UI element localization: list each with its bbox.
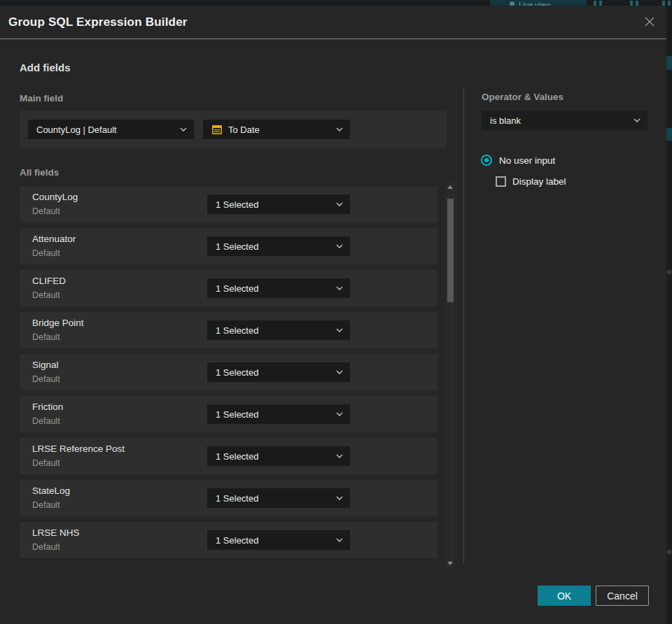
chevron-down-icon <box>634 118 640 122</box>
field-selection-value: 1 Selected <box>216 367 336 378</box>
chevron-down-icon <box>336 127 343 132</box>
add-fields-heading: Add fields <box>20 62 71 73</box>
backdrop-toolbar-fragment <box>668 1 671 6</box>
no-user-input-label: No user input <box>499 155 555 166</box>
main-field-dropdown-value: CountyLog | Default <box>36 125 180 135</box>
field-name: CLIFED <box>32 276 66 286</box>
field-variant: Default <box>32 542 60 552</box>
ok-button[interactable]: OK <box>538 586 591 606</box>
chevron-down-icon <box>336 328 343 332</box>
field-variant: Default <box>32 374 60 384</box>
chevron-down-icon <box>336 412 343 416</box>
backdrop-toolbar-fragment <box>662 1 665 6</box>
field-type-dropdown[interactable]: To Date <box>203 120 350 139</box>
field-variant: Default <box>32 290 60 300</box>
field-variant: Default <box>32 416 60 426</box>
field-selection-dropdown[interactable]: 1 Selected <box>207 530 350 550</box>
dialog-title: Group SQL Expression Builder <box>8 15 188 29</box>
operator-dropdown[interactable]: is blank <box>482 111 648 130</box>
field-row: StateLog Default 1 Selected <box>20 480 438 516</box>
backdrop-teal-fragment <box>666 56 672 70</box>
live-view-tab: Live view <box>490 0 587 6</box>
backdrop-fragment <box>667 270 671 274</box>
chevron-down-icon <box>336 538 343 542</box>
dialog-header: Group SQL Expression Builder <box>0 6 666 39</box>
field-selection-dropdown[interactable]: 1 Selected <box>207 362 350 382</box>
checkbox-unchecked-icon <box>496 176 506 187</box>
field-selection-dropdown[interactable]: 1 Selected <box>207 194 350 214</box>
chevron-down-icon <box>336 244 343 248</box>
field-selection-value: 1 Selected <box>216 535 336 546</box>
field-selection-dropdown[interactable]: 1 Selected <box>207 446 350 466</box>
field-selection-value: 1 Selected <box>216 325 336 336</box>
background-app-topbar: Live view <box>0 0 672 6</box>
field-selection-dropdown[interactable]: 1 Selected <box>207 488 350 508</box>
field-row: LRSE Reference Post Default 1 Selected <box>20 438 438 474</box>
scroll-up-arrow-icon[interactable] <box>447 185 453 189</box>
field-selection-dropdown[interactable]: 1 Selected <box>207 404 350 424</box>
backdrop-toolbar-fragment <box>594 1 596 6</box>
display-label-checkbox[interactable]: Display label <box>496 176 566 187</box>
field-row: Bridge Point Default 1 Selected <box>20 312 438 348</box>
field-variant: Default <box>32 248 60 258</box>
field-selection-value: 1 Selected <box>216 493 336 504</box>
backdrop-fragment <box>667 550 671 554</box>
main-field-dropdown[interactable]: CountyLog | Default <box>28 120 194 139</box>
field-row: CountyLog Default 1 Selected <box>20 186 438 222</box>
field-selection-dropdown[interactable]: 1 Selected <box>207 278 350 298</box>
field-name: Attenuator <box>32 234 76 244</box>
live-view-label: Live view <box>519 1 550 6</box>
field-variant: Default <box>32 332 60 342</box>
group-sql-expression-builder-dialog: Group SQL Expression Builder Add fields … <box>0 6 666 624</box>
chevron-down-icon <box>336 370 343 374</box>
field-selection-dropdown[interactable]: 1 Selected <box>207 320 350 340</box>
field-name: LRSE Reference Post <box>32 444 125 454</box>
field-row: Attenuator Default 1 Selected <box>20 228 438 264</box>
field-selection-dropdown[interactable]: 1 Selected <box>207 236 350 256</box>
field-selection-value: 1 Selected <box>216 199 336 210</box>
field-name: Friction <box>32 402 63 412</box>
field-variant: Default <box>32 500 60 510</box>
field-row: Signal Default 1 Selected <box>20 354 438 390</box>
main-field-label: Main field <box>20 93 63 104</box>
field-selection-value: 1 Selected <box>216 451 336 462</box>
scroll-down-arrow-icon[interactable] <box>447 562 453 565</box>
no-user-input-radio[interactable]: No user input <box>481 155 555 166</box>
all-fields-list: CountyLog Default 1 Selected Attenuator … <box>20 186 438 564</box>
main-field-panel: CountyLog | Default To Date <box>20 111 447 148</box>
backdrop-toolbar-fragment <box>636 1 638 6</box>
display-label-text: Display label <box>512 176 566 187</box>
radio-selected-icon <box>481 155 492 166</box>
operator-values-label: Operator & Values <box>482 92 564 102</box>
operator-dropdown-value: is blank <box>490 115 634 126</box>
chevron-down-icon <box>336 496 343 500</box>
field-selection-value: 1 Selected <box>216 241 336 252</box>
backdrop-toolbar-fragment <box>630 1 633 6</box>
fields-list-scrollbar[interactable] <box>445 182 455 569</box>
field-name: StateLog <box>32 485 70 496</box>
close-icon <box>644 16 655 27</box>
cancel-button[interactable]: Cancel <box>596 586 649 606</box>
calendar-date-icon <box>211 124 223 135</box>
backdrop-teal-fragment <box>666 128 672 141</box>
field-selection-value: 1 Selected <box>216 409 336 420</box>
chevron-down-icon <box>336 202 343 206</box>
backdrop-toolbar-fragment <box>599 1 602 6</box>
field-row: Friction Default 1 Selected <box>20 396 438 432</box>
field-name: Signal <box>32 360 59 370</box>
all-fields-label: All fields <box>20 167 59 178</box>
background-app-edge <box>666 6 672 624</box>
close-button[interactable] <box>643 15 657 29</box>
field-variant: Default <box>32 458 60 468</box>
field-name: CountyLog <box>32 192 78 202</box>
field-name: Bridge Point <box>32 318 84 328</box>
chevron-down-icon <box>336 454 343 458</box>
chevron-down-icon <box>336 286 343 290</box>
scrollbar-thumb[interactable] <box>447 199 454 302</box>
field-row: CLIFED Default 1 Selected <box>20 270 438 306</box>
field-variant: Default <box>32 206 60 216</box>
field-type-dropdown-value: To Date <box>228 125 336 135</box>
field-row: LRSE NHS Default 1 Selected <box>20 522 438 558</box>
chevron-down-icon <box>180 127 187 132</box>
field-name: LRSE NHS <box>32 527 80 538</box>
